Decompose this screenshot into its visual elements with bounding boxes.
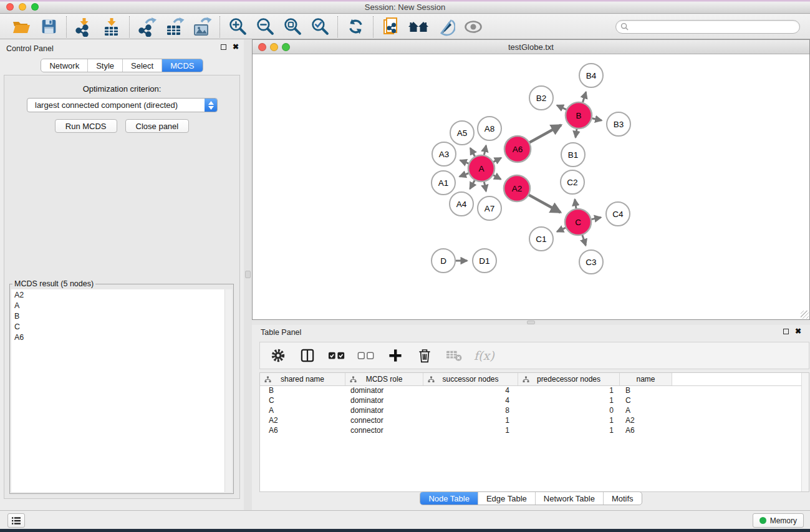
import-network-icon[interactable]	[74, 16, 95, 37]
table-scrollbar[interactable]	[801, 373, 809, 491]
close-window-button[interactable]	[6, 3, 14, 11]
graph-node-D1[interactable]: D1	[473, 249, 496, 273]
graph-node-D[interactable]: D	[432, 249, 455, 273]
graph-node-B2[interactable]: B2	[529, 86, 553, 110]
graph-node-B1[interactable]: B1	[561, 143, 585, 167]
graph-node-A7[interactable]: A7	[478, 196, 501, 220]
export-network-icon[interactable]	[137, 16, 158, 37]
network-canvas[interactable]: B4B2BB3A5A8A6A3B1AA1A2C2A4A7C4CC1DD1C3	[253, 54, 809, 319]
add-column-icon[interactable]	[386, 346, 405, 365]
result-scrollbar[interactable]	[224, 289, 232, 492]
delete-table-icon[interactable]	[445, 346, 463, 365]
tab-mcds[interactable]: MCDS	[162, 59, 202, 72]
table-row[interactable]: A2connector11A2	[260, 416, 809, 426]
graph-edge-B-B1[interactable]	[576, 129, 577, 138]
function-builder-icon[interactable]: f(x)	[474, 346, 494, 365]
graph-node-A4[interactable]: A4	[450, 192, 473, 216]
result-list-item[interactable]: A	[11, 300, 232, 311]
window-resize-grip[interactable]	[801, 311, 809, 319]
zoom-selected-icon[interactable]	[309, 16, 330, 37]
graph-edge-C-C3[interactable]	[582, 235, 586, 246]
task-history-button[interactable]	[7, 513, 25, 528]
import-table-icon[interactable]	[101, 16, 122, 37]
tab-motifs[interactable]: Motifs	[604, 492, 642, 505]
search-input[interactable]	[632, 22, 795, 31]
tab-style[interactable]: Style	[88, 59, 123, 72]
save-session-icon[interactable]	[38, 16, 59, 37]
graph-edge-A-A6[interactable]	[493, 158, 501, 162]
result-list-item[interactable]: A6	[11, 332, 232, 342]
graph-node-C[interactable]: C	[565, 209, 591, 235]
window-controls[interactable]	[6, 3, 39, 11]
network-minimize-button[interactable]	[270, 43, 278, 51]
network-close-button[interactable]	[258, 43, 266, 51]
column-header-predecessor-nodes[interactable]: predecessor nodes	[518, 373, 620, 385]
divider-handle[interactable]	[245, 271, 251, 278]
result-list-item[interactable]: B	[11, 311, 232, 321]
graph-edge-B-B4[interactable]	[583, 92, 586, 102]
tab-network-table[interactable]: Network Table	[536, 492, 604, 505]
table-row[interactable]: A6connector11A6	[260, 426, 809, 436]
tab-edge-table[interactable]: Edge Table	[478, 492, 536, 505]
hide-annotations-icon[interactable]	[435, 16, 456, 37]
close-panel-icon[interactable]: ✖	[233, 44, 239, 50]
graph-edge-A-A1[interactable]	[460, 173, 468, 177]
graph-node-A6[interactable]: A6	[504, 136, 531, 162]
run-mcds-button[interactable]: Run MCDS	[55, 119, 117, 133]
graph-edge-A-A8[interactable]	[484, 145, 486, 155]
column-layout-icon[interactable]	[298, 346, 317, 365]
graph-node-C1[interactable]: C1	[529, 227, 553, 251]
graph-node-A8[interactable]: A8	[478, 117, 501, 140]
graph-edge-C-C4[interactable]	[592, 218, 601, 220]
tab-select[interactable]: Select	[123, 59, 162, 72]
criterion-dropdown[interactable]: largest connected component (directed)	[27, 98, 218, 112]
graph-edge-A2-C[interactable]	[529, 195, 561, 213]
new-network-from-file-icon[interactable]	[380, 16, 402, 37]
graph-edge-B-B3[interactable]	[592, 118, 601, 120]
graph-node-B4[interactable]: B4	[579, 64, 603, 87]
zoom-fit-icon[interactable]	[282, 16, 303, 37]
graph-edge-A-A2[interactable]	[493, 175, 501, 180]
graph-edge-B-B2[interactable]	[557, 105, 566, 110]
minimize-window-button[interactable]	[19, 3, 26, 11]
divider-handle[interactable]	[527, 321, 535, 324]
float-panel-icon[interactable]	[221, 44, 226, 50]
graph-node-C2[interactable]: C2	[561, 170, 584, 194]
search-field[interactable]	[615, 20, 800, 34]
graph-node-A[interactable]: A	[468, 155, 494, 181]
graph-edge-A-A4[interactable]	[470, 180, 475, 189]
mcds-result-list[interactable]: A2ABCA6	[11, 289, 232, 492]
graph-edge-A-A3[interactable]	[460, 160, 468, 163]
close-panel-icon[interactable]: ✖	[795, 328, 801, 334]
table-row[interactable]: Bdominator41B	[260, 386, 809, 396]
float-panel-icon[interactable]	[783, 329, 789, 334]
open-session-icon[interactable]	[11, 16, 32, 37]
zoom-out-icon[interactable]	[254, 16, 276, 37]
graph-edge-A6-B[interactable]	[529, 125, 561, 143]
table-row[interactable]: Cdominator41C	[260, 396, 809, 406]
tab-network[interactable]: Network	[41, 59, 88, 72]
graph-edge-A-A5[interactable]	[470, 148, 475, 156]
home-view-icon[interactable]	[408, 16, 429, 37]
graph-node-A3[interactable]: A3	[432, 142, 456, 166]
result-list-item[interactable]: C	[11, 321, 232, 332]
table-row[interactable]: Adominator80A	[260, 406, 809, 416]
column-header-shared-name[interactable]: shared name	[260, 373, 345, 385]
column-header-name[interactable]: name	[620, 373, 672, 385]
show-graphics-details-icon[interactable]	[463, 16, 484, 37]
select-all-columns-icon[interactable]	[327, 346, 346, 365]
graph-node-A5[interactable]: A5	[450, 121, 474, 145]
graph-edge-C-C1[interactable]	[557, 228, 566, 231]
column-header-successor-nodes[interactable]: successor nodes	[423, 373, 518, 385]
graph-node-C3[interactable]: C3	[579, 250, 603, 274]
close-panel-button[interactable]: Close panel	[125, 119, 190, 133]
graph-node-A1[interactable]: A1	[432, 171, 455, 195]
zoom-window-button[interactable]	[31, 3, 39, 11]
graph-node-C4[interactable]: C4	[606, 202, 630, 226]
result-list-item[interactable]: A2	[11, 289, 232, 300]
export-table-icon[interactable]	[164, 16, 185, 37]
settings-gear-icon[interactable]	[269, 346, 287, 365]
deselect-all-columns-icon[interactable]	[357, 346, 375, 365]
graph-edge-A-A7[interactable]	[484, 182, 486, 191]
zoom-in-icon[interactable]	[227, 16, 248, 37]
